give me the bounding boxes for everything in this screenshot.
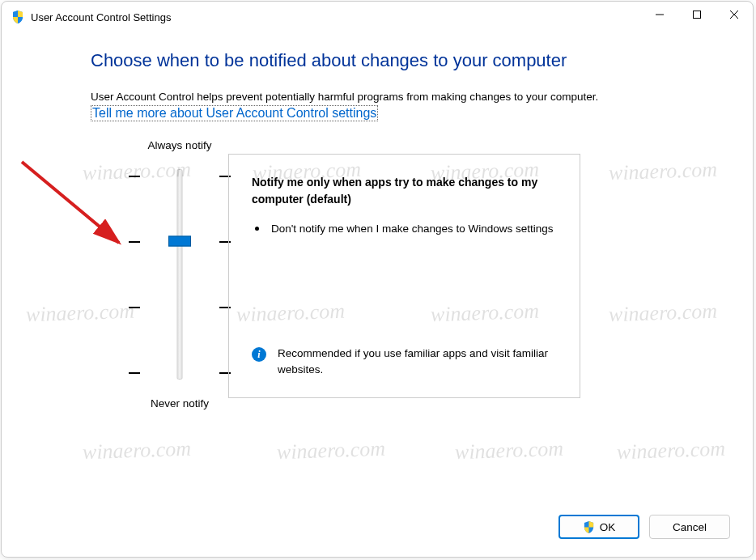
cancel-button[interactable]: Cancel — [649, 515, 730, 539]
description-text: User Account Control helps prevent poten… — [91, 89, 704, 105]
slider-label-bottom: Never notify — [119, 397, 240, 409]
window-title: User Account Control Settings — [31, 11, 171, 23]
shield-icon — [583, 521, 595, 533]
info-icon: i — [252, 347, 266, 362]
titlebar: User Account Control Settings — [2, 2, 753, 32]
maximize-button[interactable] — [678, 2, 716, 28]
notification-panel: Notify me only when apps try to make cha… — [228, 154, 580, 398]
shield-icon — [11, 11, 24, 23]
page-heading: Choose when to be notified about changes… — [91, 50, 704, 71]
close-button[interactable] — [716, 2, 753, 28]
slider-thumb[interactable] — [168, 236, 191, 247]
slider-label-top: Always notify — [119, 139, 240, 151]
cancel-button-label: Cancel — [673, 521, 707, 533]
learn-more-link[interactable]: Tell me more about User Account Control … — [91, 105, 378, 121]
recommendation-text: Recommended if you use familiar apps and… — [278, 346, 557, 379]
ok-button-label: OK — [600, 521, 616, 533]
panel-bullet: Don't notify me when I make changes to W… — [252, 221, 557, 237]
ok-button[interactable]: OK — [559, 515, 639, 539]
uac-slider[interactable] — [119, 161, 240, 388]
panel-title: Notify me only when apps try to make cha… — [252, 174, 557, 208]
svg-rect-1 — [694, 11, 701, 19]
uac-settings-window: User Account Control Settings Choose whe… — [1, 1, 754, 558]
minimize-button[interactable] — [641, 2, 678, 28]
